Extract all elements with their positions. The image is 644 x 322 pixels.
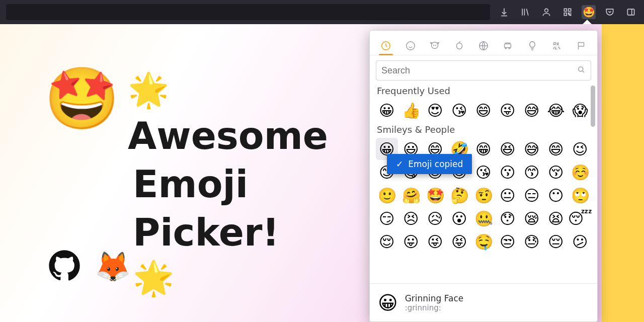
emoji-cell[interactable]: 😛 (400, 230, 422, 253)
check-icon: ✓ (396, 159, 403, 169)
firefox-icon[interactable]: 🦊 (95, 252, 131, 281)
svg-rect-1 (564, 9, 567, 11)
emoji-cell[interactable]: 🤗 (400, 184, 422, 206)
headline-word-3: Picker! (133, 208, 328, 257)
url-bar[interactable] (6, 4, 490, 20)
tab-activity[interactable] (474, 37, 493, 55)
emoji-cell[interactable]: 🤤 (472, 230, 495, 253)
tab-travel[interactable] (499, 37, 517, 55)
picker-body: Frequently Used 😀👍😍😘😄😜😅😂😱 Smileys & Peop… (370, 83, 597, 283)
emoji-row: 🙂🤗🤩🤔🤨😐😑😶🙄 (376, 184, 595, 206)
emoji-cell[interactable]: 😉 (569, 138, 591, 160)
star-struck-icon: 🤩 (44, 68, 120, 129)
emoji-cell[interactable]: 😂 (545, 99, 567, 121)
search-box[interactable] (376, 60, 591, 80)
smileys-grid: ✓ Emoji copied 😀😃😄🤣😁😆😅😄😉😊😋😎😍😘😗😙😚☺️🙂🤗🤩🤔🤨😐… (376, 138, 595, 253)
tab-animals[interactable] (426, 37, 444, 55)
emoji-cell[interactable]: 😒 (497, 230, 519, 253)
emoji-cell[interactable]: 😝 (448, 230, 470, 253)
emoji-cell[interactable]: ☺️ (569, 161, 591, 183)
copied-toast: ✓ Emoji copied (387, 154, 472, 174)
emoji-cell[interactable]: 😘 (448, 99, 470, 121)
emoji-cell[interactable]: 👍 (400, 99, 422, 121)
emoji-cell[interactable]: 😅 (521, 138, 543, 160)
emoji-cell[interactable]: 😓 (521, 230, 543, 253)
qr-icon[interactable] (560, 5, 575, 19)
pocket-icon[interactable] (603, 5, 617, 19)
emoji-cell[interactable]: 😘 (472, 161, 495, 183)
tab-flags[interactable] (572, 37, 590, 55)
preview-code: :grinning: (405, 303, 464, 312)
scrollbar-thumb[interactable] (591, 86, 595, 127)
extension-awesome-emoji-icon[interactable]: 🤩 (582, 5, 596, 19)
page-content: 🤩 🌟Awesome Emoji Picker!🌟 🦊 (0, 24, 644, 322)
picker-category-tabs (370, 31, 597, 55)
emoji-cell[interactable]: 😥 (424, 207, 446, 229)
emoji-cell[interactable]: 😶 (545, 184, 567, 206)
preview-emoji: 😀 (378, 292, 398, 314)
tab-smileys[interactable] (401, 37, 420, 55)
svg-point-7 (434, 45, 434, 46)
svg-rect-3 (564, 13, 567, 16)
emoji-cell[interactable]: 😜 (497, 99, 519, 121)
emoji-row: 😌😛😜😝🤤😒😓😔😕 (376, 230, 595, 253)
emoji-cell[interactable]: 😑 (521, 184, 543, 206)
emoji-cell[interactable]: 😆 (497, 138, 519, 160)
emoji-cell[interactable]: 🤐 (472, 207, 495, 229)
emoji-cell[interactable]: 😔 (545, 230, 567, 253)
svg-point-0 (545, 9, 548, 12)
emoji-cell[interactable]: 🙂 (376, 184, 398, 206)
emoji-cell[interactable]: 😪 (521, 207, 543, 229)
emoji-cell[interactable]: 😅 (521, 99, 543, 121)
tab-objects[interactable] (523, 37, 541, 55)
search-input[interactable] (381, 65, 577, 76)
tab-recent[interactable] (377, 37, 395, 55)
library-icon[interactable] (518, 5, 532, 19)
emoji-cell[interactable]: 😄 (545, 138, 567, 160)
emoji-cell[interactable]: 😚 (545, 161, 567, 183)
emoji-cell[interactable]: 😙 (521, 161, 543, 183)
emoji-cell[interactable]: 😫 (545, 207, 567, 229)
emoji-cell[interactable]: 😗 (497, 161, 519, 183)
account-icon[interactable] (539, 5, 553, 19)
brand-icons: 🦊 (48, 250, 131, 284)
svg-point-8 (435, 45, 436, 46)
svg-point-12 (509, 47, 511, 49)
toolbar-icons: 🤩 (497, 5, 638, 19)
emoji-cell[interactable]: 😣 (400, 207, 422, 229)
emoji-cell[interactable]: 🙄 (569, 184, 591, 206)
emoji-cell[interactable]: 😍 (424, 99, 446, 121)
search-wrap (370, 55, 597, 83)
sidebar-icon[interactable] (624, 5, 638, 19)
emoji-cell[interactable]: 😐 (497, 184, 519, 206)
emoji-cell[interactable]: 😁 (472, 138, 495, 160)
emoji-cell[interactable]: 😄 (472, 99, 495, 121)
emoji-cell[interactable]: 😕 (569, 230, 591, 253)
tab-symbols[interactable] (547, 37, 566, 55)
svg-rect-4 (627, 9, 634, 15)
svg-rect-10 (505, 44, 511, 47)
accent-panel (602, 24, 644, 322)
popover-caret (583, 20, 592, 24)
emoji-cell[interactable]: 😱 (569, 99, 591, 121)
emoji-picker-popover: Frequently Used 😀👍😍😘😄😜😅😂😱 Smileys & Peop… (369, 30, 598, 322)
tab-food[interactable] (450, 37, 468, 55)
frequent-row: 😀👍😍😘😄😜😅😂😱 (376, 99, 595, 121)
emoji-cell[interactable]: 😏 (376, 207, 398, 229)
emoji-cell[interactable]: 🤨 (472, 184, 495, 206)
emoji-cell[interactable]: 😮 (448, 207, 470, 229)
emoji-cell[interactable]: 😯 (497, 207, 519, 229)
emoji-cell[interactable]: 😜 (424, 230, 446, 253)
emoji-cell[interactable]: 😀 (376, 99, 398, 121)
emoji-cell[interactable]: 😴 (569, 207, 591, 229)
download-icon[interactable] (497, 5, 511, 19)
section-title-smileys: Smileys & People (377, 124, 595, 135)
github-icon[interactable] (48, 250, 80, 284)
emoji-row: 😏😣😥😮🤐😯😪😫😴 (376, 207, 595, 229)
svg-point-13 (579, 67, 583, 71)
emoji-cell[interactable]: 🤩 (424, 184, 446, 206)
emoji-cell[interactable]: 🤔 (448, 184, 470, 206)
svg-point-11 (505, 47, 507, 49)
preview-name: Grinning Face (405, 293, 464, 303)
emoji-cell[interactable]: 😌 (376, 230, 398, 253)
